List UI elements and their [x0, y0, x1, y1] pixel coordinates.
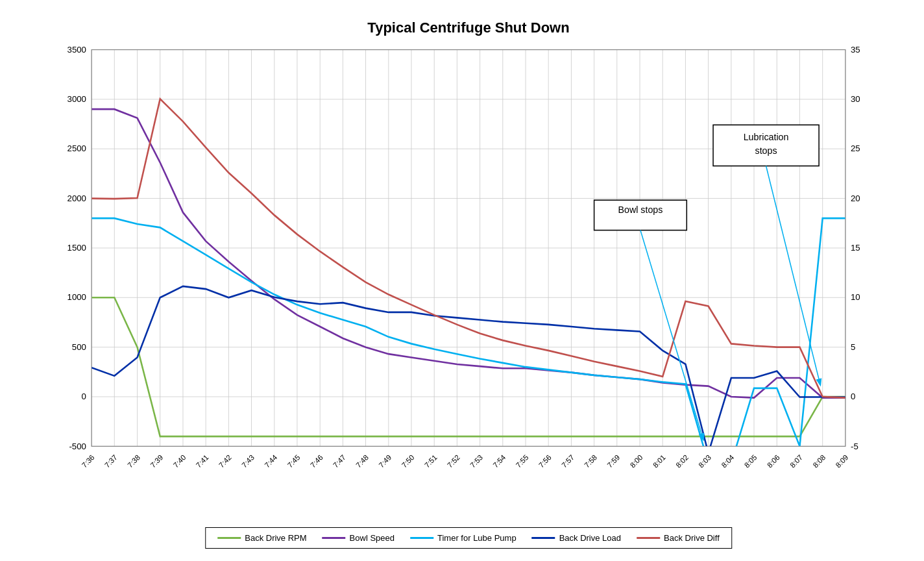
svg-text:0: 0: [82, 392, 86, 401]
svg-text:7:45: 7:45: [286, 453, 302, 469]
svg-text:8:06: 8:06: [766, 453, 781, 469]
svg-line-103: [766, 166, 821, 385]
svg-text:8:05: 8:05: [743, 453, 759, 469]
legend-item-timer-lube: Timer for Lube Pump: [410, 533, 517, 543]
svg-text:20: 20: [851, 193, 860, 203]
svg-text:15: 15: [851, 243, 860, 253]
legend-label-timer-lube: Timer for Lube Pump: [437, 533, 517, 543]
svg-text:0: 0: [851, 392, 855, 401]
svg-text:7:59: 7:59: [606, 453, 622, 469]
svg-text:-5: -5: [851, 441, 858, 451]
svg-text:7:44: 7:44: [263, 453, 279, 469]
svg-text:3500: 3500: [67, 45, 86, 55]
svg-text:8:07: 8:07: [788, 453, 804, 469]
chart-title: Typical Centrifuge Shut Down: [52, 19, 885, 36]
svg-text:1500: 1500: [67, 243, 86, 253]
svg-text:8:09: 8:09: [834, 453, 850, 469]
legend-line-timer-lube: [410, 537, 433, 539]
svg-text:7:46: 7:46: [309, 453, 324, 469]
svg-text:2500: 2500: [67, 143, 86, 153]
svg-text:7:54: 7:54: [492, 453, 507, 469]
svg-text:8:08: 8:08: [811, 453, 827, 469]
svg-text:7:38: 7:38: [126, 453, 141, 469]
legend-line-back-drive-load: [532, 537, 555, 539]
svg-text:7:48: 7:48: [354, 453, 370, 469]
legend-line-back-drive-diff: [637, 537, 660, 539]
svg-text:7:55: 7:55: [515, 453, 530, 469]
svg-text:7:51: 7:51: [423, 453, 439, 469]
svg-text:7:58: 7:58: [583, 453, 598, 469]
svg-text:5: 5: [851, 342, 855, 352]
svg-text:7:43: 7:43: [240, 453, 256, 469]
svg-text:7:56: 7:56: [537, 453, 553, 469]
svg-text:500: 500: [72, 342, 86, 352]
svg-text:Bowl stops: Bowl stops: [618, 205, 663, 215]
svg-text:35: 35: [851, 45, 860, 55]
legend-line-back-drive-rpm: [217, 537, 241, 539]
svg-text:8:04: 8:04: [720, 453, 736, 469]
svg-text:7:41: 7:41: [195, 453, 210, 469]
chart-legend: Back Drive RPM Bowl Speed Timer for Lube…: [205, 527, 732, 549]
svg-text:10: 10: [851, 292, 860, 302]
svg-text:Lubrication: Lubrication: [744, 131, 789, 142]
legend-label-back-drive-load: Back Drive Load: [559, 533, 621, 543]
chart-container: Typical Centrifuge Shut Down: [0, 0, 924, 561]
svg-text:7:39: 7:39: [149, 453, 164, 469]
svg-text:8:02: 8:02: [674, 453, 690, 469]
svg-text:25: 25: [851, 143, 860, 153]
svg-text:1000: 1000: [67, 292, 86, 302]
legend-item-bowl-speed: Bowl Speed: [322, 533, 395, 543]
svg-text:7:42: 7:42: [217, 453, 233, 469]
svg-text:8:03: 8:03: [697, 453, 712, 469]
legend-line-bowl-speed: [322, 537, 346, 539]
svg-text:8:01: 8:01: [651, 453, 667, 469]
svg-text:2000: 2000: [67, 193, 86, 203]
svg-text:7:53: 7:53: [468, 453, 484, 469]
svg-text:7:49: 7:49: [378, 453, 393, 469]
legend-label-bowl-speed: Bowl Speed: [350, 533, 395, 543]
chart-svg: 3500 3000 2500 2000 1500 1000 500 0 -500…: [52, 43, 885, 480]
legend-item-back-drive-diff: Back Drive Diff: [637, 533, 720, 543]
svg-text:8:00: 8:00: [629, 453, 644, 469]
svg-text:7:36: 7:36: [80, 453, 96, 469]
svg-text:30: 30: [851, 94, 860, 104]
svg-text:7:40: 7:40: [172, 453, 188, 469]
svg-text:7:47: 7:47: [332, 453, 347, 469]
svg-text:7:57: 7:57: [560, 453, 576, 469]
svg-text:stops: stops: [755, 145, 777, 155]
svg-text:7:37: 7:37: [103, 453, 119, 469]
svg-text:-500: -500: [69, 441, 86, 451]
svg-text:7:52: 7:52: [446, 453, 461, 469]
legend-item-back-drive-rpm: Back Drive RPM: [217, 533, 306, 543]
svg-text:7:50: 7:50: [400, 453, 416, 469]
chart-area: 3500 3000 2500 2000 1500 1000 500 0 -500…: [52, 43, 885, 480]
legend-label-back-drive-rpm: Back Drive RPM: [245, 533, 306, 543]
svg-text:3000: 3000: [67, 94, 86, 104]
legend-label-back-drive-diff: Back Drive Diff: [664, 533, 720, 543]
legend-item-back-drive-load: Back Drive Load: [532, 533, 621, 543]
svg-line-99: [640, 231, 703, 440]
